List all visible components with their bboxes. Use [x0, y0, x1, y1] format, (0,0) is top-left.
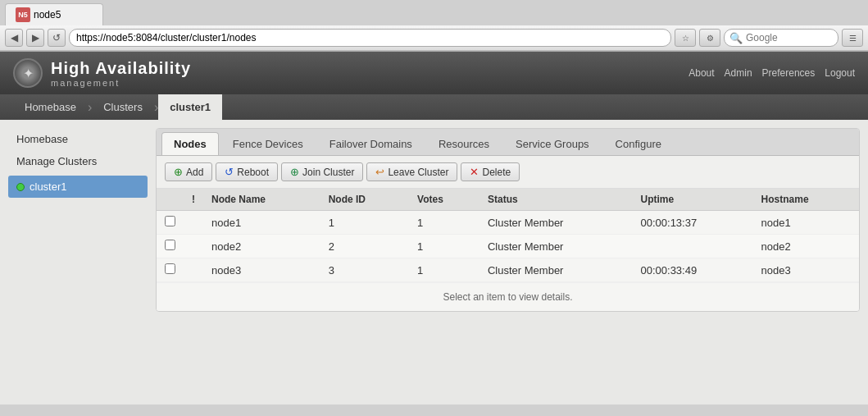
- nodes-table: ! Node Name Node ID Votes Status Uptime …: [157, 189, 859, 282]
- content-panel: Nodes Fence Devices Failover Domains Res…: [156, 128, 860, 312]
- join-cluster-button[interactable]: ⊕ Join Cluster: [281, 162, 363, 181]
- preferences-link[interactable]: Preferences: [762, 67, 816, 79]
- row2-uptime: [633, 235, 753, 258]
- browser-chrome: N5 node5 ◀ ▶ ↺ ☆ ⚙ 🔍 ☰: [0, 0, 868, 52]
- table-header: ! Node Name Node ID Votes Status Uptime …: [157, 189, 859, 211]
- row3-check[interactable]: [157, 258, 184, 282]
- sidebar: Homebase Manage Clusters cluster1: [8, 128, 148, 312]
- delete-button[interactable]: ✕ Delete: [461, 162, 520, 181]
- row3-uptime: 00:00:33:49: [633, 258, 753, 282]
- col-header-votes[interactable]: Votes: [409, 189, 479, 211]
- col-header-hostname[interactable]: Hostname: [753, 189, 859, 211]
- back-button[interactable]: ◀: [5, 29, 23, 47]
- reboot-button[interactable]: ↺ Reboot: [216, 162, 278, 181]
- breadcrumb-cluster1[interactable]: cluster1: [158, 94, 222, 120]
- app-title: High Availability management: [51, 59, 191, 88]
- app-title-main: High Availability: [51, 59, 191, 78]
- add-label: Add: [186, 167, 203, 178]
- row1-checkbox[interactable]: [165, 216, 175, 226]
- app-container: High Availability management About Admin…: [0, 52, 868, 405]
- status-footer: Select an item to view details.: [157, 282, 859, 311]
- bookmark-button[interactable]: ☆: [675, 29, 696, 47]
- tab-configure[interactable]: Configure: [603, 132, 674, 155]
- tab-failover-domains[interactable]: Failover Domains: [317, 132, 425, 155]
- url-bar[interactable]: [69, 29, 671, 47]
- app-logo: High Availability management: [13, 58, 191, 88]
- browser-favicon: N5: [16, 7, 30, 22]
- sidebar-cluster-name: cluster1: [30, 181, 67, 193]
- search-icon: 🔍: [729, 32, 743, 44]
- tab-resources[interactable]: Resources: [426, 132, 502, 155]
- breadcrumb-homebase[interactable]: Homebase: [13, 94, 88, 120]
- row3-node-id: 3: [320, 258, 409, 282]
- add-button[interactable]: ⊕ Add: [165, 162, 212, 181]
- row1-node-id: 1: [320, 211, 409, 235]
- sidebar-manage-clusters[interactable]: Manage Clusters: [8, 150, 148, 172]
- app-title-sub: management: [51, 78, 191, 88]
- app-header-links: About Admin Preferences Logout: [688, 67, 855, 79]
- tools-button[interactable]: ⚙: [699, 29, 720, 47]
- col-header-node-id[interactable]: Node ID: [320, 189, 409, 211]
- delete-label: Delete: [482, 167, 511, 178]
- app-header: High Availability management About Admin…: [0, 52, 868, 94]
- row1-votes: 1: [409, 211, 479, 235]
- reload-button[interactable]: ↺: [48, 29, 66, 47]
- leave-label: Leave Cluster: [388, 167, 448, 178]
- row2-alert: [184, 235, 203, 258]
- table-body: node1 1 1 Cluster Member 00:00:13:37 nod…: [157, 211, 859, 282]
- tabs-bar: Nodes Fence Devices Failover Domains Res…: [157, 129, 859, 156]
- add-icon: ⊕: [174, 166, 183, 178]
- col-header-check: [157, 189, 184, 211]
- browser-toolbar: ◀ ▶ ↺ ☆ ⚙ 🔍 ☰: [0, 25, 868, 51]
- logout-link[interactable]: Logout: [825, 67, 855, 79]
- status-footer-text: Select an item to view details.: [443, 291, 572, 303]
- row3-status: Cluster Member: [479, 258, 633, 282]
- cluster-status-dot: [16, 183, 25, 191]
- col-header-node-name[interactable]: Node Name: [203, 189, 320, 211]
- browser-tab-bar: N5 node5: [0, 0, 868, 25]
- row1-alert: [184, 211, 203, 235]
- reboot-label: Reboot: [237, 167, 269, 178]
- col-header-uptime[interactable]: Uptime: [633, 189, 753, 211]
- row3-checkbox[interactable]: [165, 263, 175, 274]
- row2-node-id: 2: [320, 235, 409, 258]
- main-layout: Homebase Manage Clusters cluster1 Nodes …: [0, 120, 868, 320]
- row2-checkbox[interactable]: [165, 240, 175, 250]
- search-input[interactable]: [746, 32, 820, 43]
- row3-alert: [184, 258, 203, 282]
- row1-status: Cluster Member: [479, 211, 633, 235]
- row1-check[interactable]: [157, 211, 184, 235]
- browser-tab[interactable]: N5 node5: [5, 3, 103, 25]
- tab-nodes[interactable]: Nodes: [161, 132, 219, 155]
- col-header-alert: !: [184, 189, 203, 211]
- breadcrumb-clusters[interactable]: Clusters: [92, 94, 154, 120]
- toolbar: ⊕ Add ↺ Reboot ⊕ Join Cluster ↩ Leave Cl…: [157, 156, 859, 189]
- row3-node-name: node3: [203, 258, 320, 282]
- table-row[interactable]: node2 2 1 Cluster Member node2: [157, 235, 859, 258]
- row2-votes: 1: [409, 235, 479, 258]
- tab-fence-devices[interactable]: Fence Devices: [220, 132, 316, 155]
- row2-hostname: node2: [753, 235, 859, 258]
- row1-uptime: 00:00:13:37: [633, 211, 753, 235]
- sidebar-cluster-item[interactable]: cluster1: [8, 176, 148, 198]
- row3-hostname: node3: [753, 258, 859, 282]
- reboot-icon: ↺: [225, 166, 234, 178]
- admin-link[interactable]: Admin: [725, 67, 752, 79]
- join-label: Join Cluster: [302, 167, 354, 178]
- col-header-status[interactable]: Status: [479, 189, 633, 211]
- forward-button[interactable]: ▶: [26, 29, 44, 47]
- sidebar-homebase[interactable]: Homebase: [8, 128, 148, 150]
- table-row[interactable]: node3 3 1 Cluster Member 00:00:33:49 nod…: [157, 258, 859, 282]
- app-logo-icon: [13, 58, 43, 88]
- row2-node-name: node2: [203, 235, 320, 258]
- tab-service-groups[interactable]: Service Groups: [503, 132, 602, 155]
- search-bar: 🔍: [724, 29, 838, 47]
- row2-check[interactable]: [157, 235, 184, 258]
- row2-status: Cluster Member: [479, 235, 633, 258]
- leave-cluster-button[interactable]: ↩ Leave Cluster: [366, 162, 457, 181]
- table-row[interactable]: node1 1 1 Cluster Member 00:00:13:37 nod…: [157, 211, 859, 235]
- delete-icon: ✕: [470, 166, 479, 178]
- leave-icon: ↩: [375, 166, 384, 178]
- browser-menu-button[interactable]: ☰: [842, 29, 863, 47]
- about-link[interactable]: About: [688, 67, 714, 79]
